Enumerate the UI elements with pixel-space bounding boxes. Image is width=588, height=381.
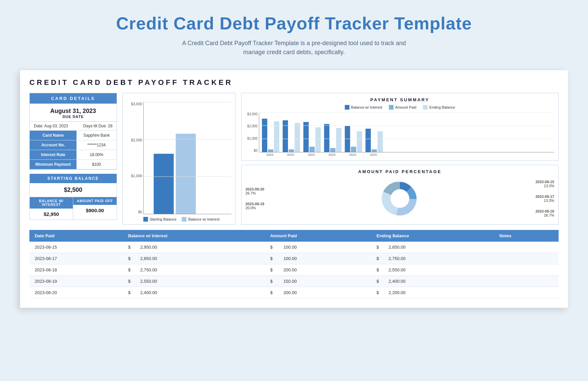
card-details-header: CARD DETAILS <box>30 93 117 104</box>
pie-donut-hole <box>391 189 409 208</box>
summary-y-3000: $3,000 <box>246 112 258 116</box>
right-section: PAYMENT SUMMARY Balance w/ Interest Amou… <box>241 93 559 225</box>
bar-dark-2 <box>283 120 288 152</box>
pie-label-right-2023-08-15: 2023-08-15 13.3% <box>514 180 554 188</box>
bar-mid-3 <box>309 147 315 152</box>
amount-paid-off-label: AMOUNT PAID OFF <box>73 197 116 205</box>
payment-summary-title: PAYMENT SUMMARY <box>246 97 554 102</box>
bar-balance-w-interest <box>176 134 196 214</box>
card-info-table: Card Name Sapphire Bank Account No. ****… <box>30 131 117 169</box>
summary-legend: Balance w/ Interest Amount Paid Ending B… <box>246 105 554 110</box>
legend-amount-paid-label: Amount Paid <box>395 105 416 109</box>
balance-split: BALANCE W/ INTEREST $2,950 AMOUNT PAID O… <box>30 197 117 220</box>
page-subtitle: A Credit Card Debt Payoff Tracker Templa… <box>177 39 411 57</box>
y-label-3000: $3,000 <box>126 102 142 106</box>
date-row: Date: Aug 03, 2023 Days till Due: 28 <box>30 122 117 131</box>
x-label-4: 2023- <box>324 153 341 156</box>
pie-date-label-2: 2023-08-19 <box>246 202 286 206</box>
legend-ending-balance-label: Ending Balance <box>429 105 455 109</box>
bar-dark-4 <box>324 124 329 152</box>
x-label-5: 2023- <box>344 153 362 156</box>
td-balance-2: $ 2,850.00 <box>123 253 265 264</box>
td-balance-1: $ 2,950.00 <box>123 242 265 253</box>
legend-ending-balance: Ending Balance <box>423 105 455 110</box>
pie-chart-svg <box>378 177 422 220</box>
bar-dark-1 <box>262 119 267 152</box>
bar-mid-4 <box>330 148 335 152</box>
summary-group-2 <box>283 120 300 152</box>
pie-date-label-r1: 2023-08-15 <box>514 180 554 184</box>
summary-group-3 <box>303 122 321 152</box>
legend-starting-balance: Starting Balance <box>143 217 177 222</box>
legend-amount-paid: Amount Paid <box>389 105 416 110</box>
bar-light-2 <box>295 123 300 152</box>
td-amount-5: $ 200.00 <box>265 287 371 298</box>
data-table: Date Paid Balance w/ Interest Amount Pai… <box>29 230 559 298</box>
y-axis-labels: $3,000 $2,000 $1,000 $0 <box>126 102 142 214</box>
min-payment-value: $100 <box>77 160 117 169</box>
table-row: 2023-08-17 $ 2,850.00 $ 100.00 $ 2,750.0… <box>29 253 559 264</box>
days-till-due-text: Days till Due: 28 <box>83 124 112 128</box>
card-details-panel: CARD DETAILS August 31, 2023 DUE DATE Da… <box>29 93 117 225</box>
bar-mid-6 <box>372 149 377 152</box>
bar-starting-balance <box>154 154 174 214</box>
bar-light-3 <box>315 127 321 152</box>
pie-label-2023-08-20: 2023-08-20 26.7% <box>246 187 286 195</box>
bar-chart-area: $3,000 $2,000 $1,000 $0 <box>143 102 232 214</box>
table-row: 2023-08-19 $ 2,550.00 $ 150.00 $ 2,400.0… <box>29 276 559 287</box>
table-row: 2023-08-20 $ 2,400.00 $ 200.00 $ 2,200.0… <box>29 287 559 298</box>
bar-mid-5 <box>351 147 356 152</box>
pie-label-right-2023-08-18: 2023-08-18 26.7% <box>514 209 554 217</box>
td-amount-3: $ 200.00 <box>265 264 371 276</box>
td-amount-1: $ 100.00 <box>265 242 371 253</box>
balance-w-interest-value: $2,950 <box>30 209 73 220</box>
page-title: Credit Card Debt Payoff Tracker Template <box>7 13 581 33</box>
th-date-paid: Date Paid <box>29 230 123 242</box>
info-row-account-no: Account No. ******1234 <box>30 140 117 150</box>
summary-bars-container <box>259 112 554 152</box>
legend-balance-interest-label: Balance w/ Interest <box>351 105 383 109</box>
card-name-label: Card Name <box>30 131 77 140</box>
legend-balance-w-interest: Balance w/ Interest <box>345 105 383 110</box>
summary-y-labels: $3,000 $2,000 $1,000 $0 <box>246 112 258 152</box>
account-no-label: Account No. <box>30 140 77 150</box>
tracker-card: CREDIT CARD DEBT PAYOFF TRACKER CARD DET… <box>20 70 568 308</box>
card-name-value: Sapphire Bank <box>77 131 117 140</box>
th-balance-w-interest: Balance w/ Interest <box>123 230 265 242</box>
pie-label-right-2023-08-17: 2023-08-17 13.3% <box>514 195 554 203</box>
td-date-3: 2023-08-18 <box>29 264 123 276</box>
starting-balance-header: STARTING BALANCE <box>30 174 117 183</box>
due-date-area: August 31, 2023 DUE DATE <box>30 104 117 122</box>
balance-w-interest-label: BALANCE W/ INTEREST <box>30 197 73 209</box>
pie-title: AMOUNT PAID PERCENTAGE <box>246 169 554 174</box>
th-notes: Notes <box>494 230 559 242</box>
x-label-2: 2023- <box>282 153 300 156</box>
starting-balance-value: $2,500 <box>30 183 117 197</box>
bar-light-5 <box>357 131 362 152</box>
bar-light-6 <box>378 131 383 152</box>
td-balance-3: $ 2,750.00 <box>123 264 265 276</box>
td-balance-4: $ 2,550.00 <box>123 276 265 287</box>
pie-pct-label-2: 20.0% <box>246 206 286 210</box>
bar-dark-3 <box>303 122 309 152</box>
td-ending-5: $ 2,200.00 <box>371 287 494 298</box>
th-amount-paid: Amount Paid <box>265 230 371 242</box>
pie-pct-label-r3: 26.7% <box>514 213 554 217</box>
starting-balance-section: STARTING BALANCE $2,500 BALANCE W/ INTER… <box>29 174 117 220</box>
td-notes-2 <box>494 253 559 264</box>
td-balance-5: $ 2,400.00 <box>123 287 265 298</box>
amount-paid-off-value: $900.00 <box>73 205 116 216</box>
pie-labels-left: 2023-08-20 26.7% 2023-08-19 20.0% <box>246 187 286 210</box>
card-details-section: CARD DETAILS August 31, 2023 DUE DATE Da… <box>29 93 117 170</box>
x-label-3: 2023- <box>303 153 320 156</box>
th-ending-balance: Ending Balance <box>371 230 494 242</box>
bar-dark-6 <box>365 129 371 152</box>
td-date-1: 2023-08-15 <box>29 242 123 253</box>
pie-date-label-r3: 2023-08-18 <box>514 209 554 213</box>
legend-balance-interest: Balance w/ Interest <box>182 217 219 222</box>
legend-mid-box <box>389 105 394 110</box>
summary-y-1000: $1,000 <box>246 137 258 140</box>
tracker-title: CREDIT CARD DEBT PAYOFF TRACKER <box>29 78 559 87</box>
td-ending-2: $ 2,750.00 <box>371 253 494 264</box>
x-label-1: 2023- <box>262 153 279 156</box>
